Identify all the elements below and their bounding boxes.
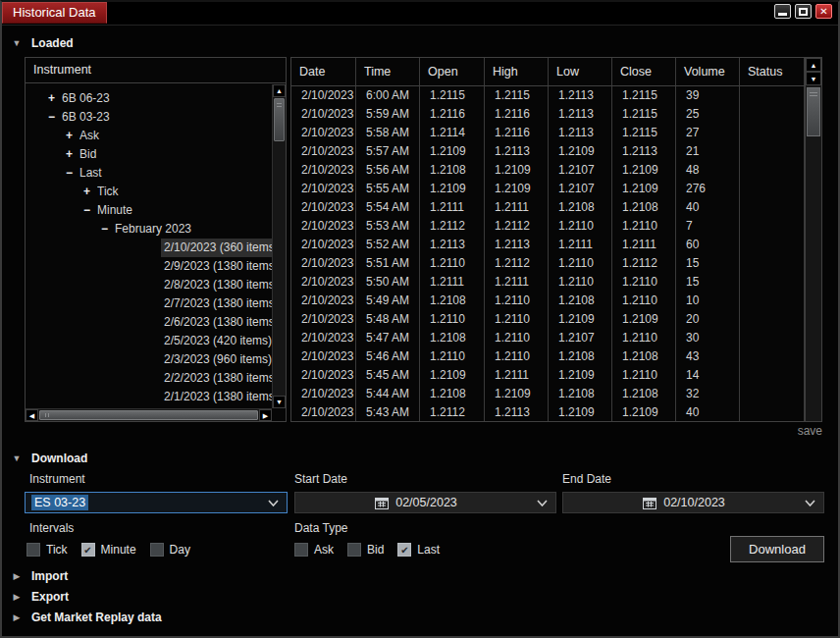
scrollbar-thumb[interactable]	[807, 87, 820, 136]
scroll-up-icon[interactable]: ▲	[273, 84, 286, 97]
grid-cell[interactable]: 1.2110	[420, 254, 485, 273]
grid-cell[interactable]: 1.2110	[612, 292, 676, 310]
grid-cell[interactable]: 1.2110	[612, 329, 676, 347]
grid-cell[interactable]: 2/10/2023	[291, 366, 356, 385]
expand-icon[interactable]: +	[66, 145, 79, 164]
grid-cell[interactable]: 1.2113	[612, 142, 676, 161]
grid-cell[interactable]	[740, 198, 805, 217]
grid-cell[interactable]: 2/10/2023	[291, 161, 356, 180]
grid-cell[interactable]: 2/10/2023	[291, 292, 356, 310]
grid-row[interactable]: 2/10/20235:59 AM1.21161.21161.21131.2115…	[291, 105, 805, 124]
grid-cell[interactable]: 1.2107	[549, 161, 612, 180]
grid-cell[interactable]	[740, 124, 805, 142]
grid-cell[interactable]	[740, 142, 805, 161]
tree-item[interactable]: +Tick	[26, 183, 272, 201]
grid-row[interactable]: 2/10/20235:43 AM1.21121.21131.21091.2109…	[291, 403, 805, 421]
tree-item[interactable]: 2/10/2023 (360 items)	[26, 239, 272, 257]
grid-cell[interactable]: 1.2115	[612, 105, 676, 124]
grid-cell[interactable]: 5:54 AM	[356, 198, 420, 217]
grid-cell[interactable]: 1.2110	[485, 310, 549, 329]
tree-item[interactable]: −Last	[26, 164, 272, 183]
grid-cell[interactable]: 1.2108	[612, 347, 676, 366]
grid-cell[interactable]: 1.2115	[485, 86, 549, 105]
grid-cell[interactable]: 14	[676, 366, 740, 385]
section-loaded[interactable]: ▼ Loaded	[12, 35, 74, 51]
scroll-right-icon[interactable]: ▶	[259, 409, 272, 421]
scroll-up-icon[interactable]: ▲	[806, 58, 821, 72]
expand-arrow-icon[interactable]: ▶	[12, 612, 22, 622]
grid-cell[interactable]: 1.2109	[485, 161, 549, 180]
grid-cell[interactable]: 1.2109	[549, 310, 612, 329]
grid-cell[interactable]: 1.2108	[420, 161, 485, 180]
grid-cell[interactable]	[740, 385, 805, 403]
grid-cell[interactable]: 1.2116	[485, 124, 549, 142]
grid-cell[interactable]: 2/10/2023	[291, 329, 356, 347]
tree-item[interactable]: −6B 03-23	[26, 108, 272, 127]
checkbox-tick[interactable]: Tick	[26, 543, 68, 557]
grid-row[interactable]: 2/10/20235:57 AM1.21091.21131.21091.2113…	[291, 142, 805, 161]
grid-cell[interactable]: 1.2109	[420, 142, 485, 161]
grid-cell[interactable]: 5:43 AM	[356, 403, 420, 421]
collapse-icon[interactable]: −	[48, 108, 62, 127]
grid-cell[interactable]: 1.2109	[612, 403, 676, 421]
grid-cell[interactable]: 1.2110	[420, 310, 485, 329]
grid-cell[interactable]: 1.2108	[612, 198, 676, 217]
grid-cell[interactable]: 2/10/2023	[291, 180, 356, 198]
grid-cell[interactable]: 1.2113	[485, 403, 549, 421]
grid-cell[interactable]: 1.2108	[549, 292, 612, 310]
collapse-icon[interactable]: −	[66, 164, 79, 183]
tree-item[interactable]: 2/8/2023 (1380 items)	[26, 276, 272, 294]
chevron-down-icon[interactable]	[268, 500, 279, 506]
grid-cell[interactable]: 1.2110	[612, 273, 676, 292]
grid-cell[interactable]: 1.2113	[549, 86, 612, 105]
expand-icon[interactable]: +	[48, 89, 62, 108]
grid-cell[interactable]: 1.2115	[612, 124, 676, 142]
expand-arrow-icon[interactable]: ▶	[12, 571, 22, 581]
grid-cell[interactable]: 1.2110	[549, 217, 612, 236]
grid-cell[interactable]: 39	[676, 86, 740, 105]
grid-cell[interactable]: 2/10/2023	[291, 273, 356, 292]
grid-cell[interactable]: 20	[676, 310, 740, 329]
checkbox-minute[interactable]: ✔Minute	[81, 543, 136, 557]
grid-cell[interactable]: 2/10/2023	[291, 236, 356, 254]
grid-cell[interactable]: 1.2108	[420, 292, 485, 310]
grid-cell[interactable]: 1.2110	[612, 366, 676, 385]
checkbox-bid[interactable]: Bid	[347, 543, 384, 557]
grid-cell[interactable]	[740, 86, 805, 105]
tree-item[interactable]: +Ask	[26, 127, 272, 145]
maximize-button[interactable]	[795, 4, 812, 19]
save-link[interactable]: save	[798, 424, 822, 438]
grid-cell[interactable]: 7	[676, 217, 740, 236]
checkbox-checked-icon[interactable]: ✔	[397, 543, 411, 557]
grid-column-header[interactable]: Date	[291, 58, 356, 85]
collapse-arrow-icon[interactable]: ▼	[12, 453, 22, 463]
chevron-down-icon[interactable]	[805, 500, 815, 506]
grid-cell[interactable]: 25	[676, 105, 740, 124]
grid-row[interactable]: 2/10/20235:50 AM1.21111.21111.21101.2110…	[291, 273, 805, 292]
window-title-tab[interactable]: Historical Data	[2, 2, 107, 24]
grid-cell[interactable]: 1.2116	[485, 105, 549, 124]
scroll-left-icon[interactable]: ◀	[26, 409, 38, 421]
grid-cell[interactable]: 1.2115	[612, 86, 676, 105]
grid-cell[interactable]: 5:47 AM	[356, 329, 420, 347]
grid-cell[interactable]: 2/10/2023	[291, 217, 356, 236]
start-date-picker[interactable]: 02/05/2023	[294, 492, 556, 513]
grid-column-header[interactable]: Time	[356, 58, 420, 85]
grid-cell[interactable]: 1.2110	[549, 254, 612, 273]
grid-row[interactable]: 2/10/20235:53 AM1.21121.21121.21101.2110…	[291, 217, 805, 236]
section-get-market-replay[interactable]: ▶ Get Market Replay data	[12, 610, 162, 625]
grid-cell[interactable]: 1.2108	[420, 385, 485, 403]
scroll-down-icon[interactable]: ▼	[273, 396, 286, 408]
grid-cell[interactable]: 1.2109	[485, 385, 549, 403]
grid-cell[interactable]: 1.2112	[485, 217, 549, 236]
grid-cell[interactable]: 1.2111	[420, 273, 485, 292]
minimize-button[interactable]	[774, 4, 791, 19]
grid-cell[interactable]: 2/10/2023	[291, 198, 356, 217]
close-button[interactable]: ✕	[815, 4, 832, 19]
grid-cell[interactable]: 21	[676, 142, 740, 161]
grid-cell[interactable]	[740, 292, 805, 310]
grid-cell[interactable]: 1.2111	[549, 236, 612, 254]
grid-cell[interactable]: 48	[676, 161, 740, 180]
grid-cell[interactable]: 1.2111	[485, 366, 549, 385]
expand-icon[interactable]: +	[83, 183, 97, 201]
